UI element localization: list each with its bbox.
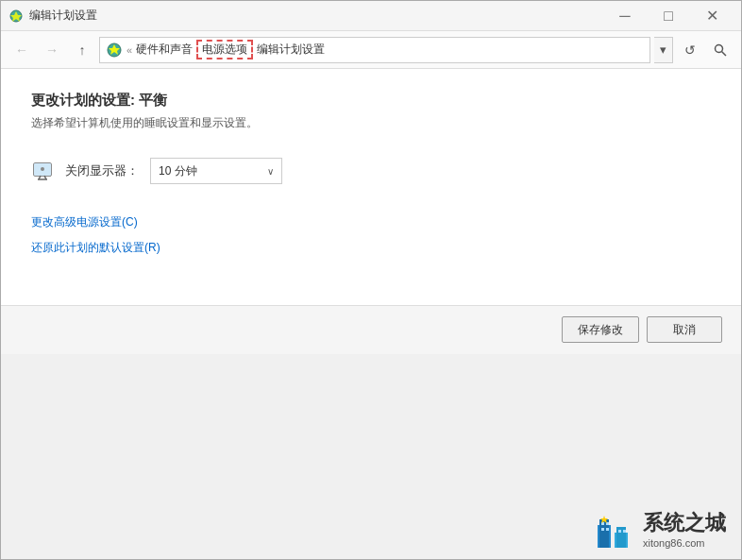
address-bar: ← → ↑ « 硬件和声音 电源选项 编辑计划设置 ▾ ↺ (1, 31, 741, 69)
display-label: 关闭显示器： (65, 162, 139, 179)
display-icon (31, 160, 54, 182)
cancel-button[interactable]: 取消 (647, 316, 722, 343)
window-icon (8, 8, 24, 24)
watermark: 系统之城 xitong86.com (590, 506, 726, 552)
svg-line-5 (722, 51, 727, 56)
back-button[interactable]: ← (8, 37, 35, 63)
forward-button[interactable]: → (39, 37, 65, 63)
svg-rect-20 (618, 530, 621, 533)
path-segment-edit[interactable]: 编辑计划设置 (257, 42, 325, 58)
display-dropdown[interactable]: 10 分钟 ∨ (150, 158, 282, 184)
page-title: 更改计划的设置: 平衡 (31, 92, 711, 110)
bottom-bar: 保存修改 取消 (1, 305, 741, 354)
title-bar: 编辑计划设置 ─ □ ✕ (1, 1, 741, 31)
window-body: 更改计划的设置: 平衡 选择希望计算机使用的睡眠设置和显示设置。 关闭显示器： … (1, 69, 741, 559)
search-button[interactable] (707, 37, 734, 63)
svg-rect-19 (606, 528, 609, 531)
watermark-sub-text: xitong86.com (643, 537, 726, 549)
main-content: 更改计划的设置: 平衡 选择希望计算机使用的睡眠设置和显示设置。 关闭显示器： … (1, 69, 741, 305)
search-icon (714, 43, 727, 57)
display-setting-row: 关闭显示器： 10 分钟 ∨ (31, 158, 711, 184)
close-button[interactable]: ✕ (690, 1, 734, 31)
svg-rect-21 (623, 530, 626, 533)
page-subtitle: 选择希望计算机使用的睡眠设置和显示设置。 (31, 115, 711, 131)
path-icon (106, 42, 123, 59)
watermark-logo-icon (590, 506, 635, 552)
display-value: 10 分钟 (159, 163, 261, 179)
address-path[interactable]: « 硬件和声音 电源选项 编辑计划设置 (99, 37, 650, 63)
watermark-area: 系统之城 xitong86.com (1, 354, 741, 560)
window-controls: ─ □ ✕ (603, 1, 734, 31)
svg-point-11 (41, 167, 44, 171)
maximize-button[interactable]: □ (647, 1, 690, 31)
svg-rect-18 (601, 528, 604, 531)
up-button[interactable]: ↑ (69, 37, 95, 63)
main-window: 编辑计划设置 ─ □ ✕ ← → ↑ « 硬件和声音 电源选项 编辑计划设置 ▾ (0, 0, 742, 560)
address-dropdown[interactable]: ▾ (654, 37, 673, 63)
advanced-settings-link[interactable]: 更改高级电源设置(C) (31, 214, 711, 230)
dropdown-arrow-icon: ∨ (267, 166, 274, 177)
minimize-button[interactable]: ─ (603, 1, 647, 31)
svg-point-4 (716, 44, 723, 52)
dropdown-arrow-icon: ▾ (660, 42, 666, 57)
path-separator-1: « (126, 44, 132, 56)
window-title: 编辑计划设置 (29, 8, 603, 24)
watermark-main-text: 系统之城 (643, 509, 726, 537)
save-button[interactable]: 保存修改 (562, 316, 639, 343)
restore-defaults-link[interactable]: 还原此计划的默认设置(R) (31, 240, 711, 256)
refresh-button[interactable]: ↺ (677, 37, 703, 63)
path-segment-power[interactable]: 电源选项 (196, 40, 253, 59)
links-section: 更改高级电源设置(C) 还原此计划的默认设置(R) (31, 214, 711, 256)
path-segment-hardware[interactable]: 硬件和声音 (136, 42, 193, 58)
watermark-text: 系统之城 xitong86.com (643, 509, 726, 549)
